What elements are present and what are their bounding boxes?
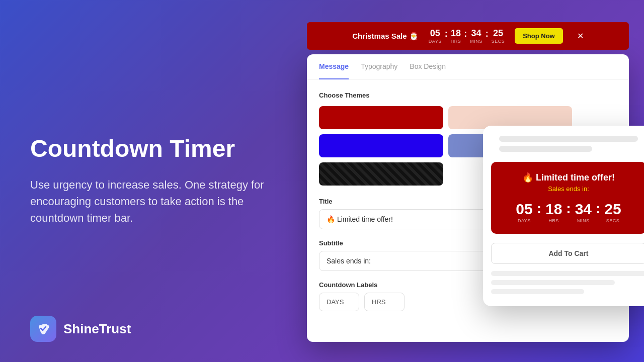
banner-colon-3: : [486, 29, 489, 38]
add-to-cart-button[interactable]: Add To Cart [491, 243, 644, 264]
bottom-line-1 [491, 271, 644, 276]
promo-colon-2: : [566, 201, 571, 217]
banner-secs-label: SECS [492, 39, 505, 44]
promo-secs-label: SECS [606, 218, 620, 223]
overlay-card: 🔥 Limited time offer! Sales ends in: 05 … [483, 126, 644, 306]
promo-secs-num: 25 [604, 202, 621, 217]
banner-bar: Christmas Sale 🎅 05 DAYS : 18 HRS : 34 M… [307, 22, 629, 50]
page-title: Countdown Timer [30, 136, 272, 162]
promo-days-num: 05 [516, 202, 532, 217]
bottom-line-2 [491, 280, 615, 285]
promo-mins-block: 34 MINS [575, 202, 592, 223]
promo-title: 🔥 Limited time offer! [499, 172, 638, 183]
promo-days-block: 05 DAYS [516, 202, 532, 223]
card-placeholder-top [483, 126, 644, 158]
banner-countdown: 05 DAYS : 18 HRS : 34 MINS : 25 SECS [429, 29, 505, 44]
promo-secs-block: 25 SECS [604, 202, 621, 223]
banner-days-block: 05 DAYS [429, 29, 442, 44]
promo-box: 🔥 Limited time offer! Sales ends in: 05 … [491, 162, 644, 234]
promo-hrs-label: HRS [548, 218, 559, 223]
promo-mins-label: MINS [577, 218, 590, 223]
bottom-line-3 [491, 289, 584, 294]
banner-secs-num: 25 [493, 29, 503, 38]
placeholder-line-1 [499, 136, 638, 142]
choose-themes-label: Choose Themes [319, 92, 617, 99]
banner-title: Christmas Sale 🎅 [352, 32, 419, 41]
tab-typography[interactable]: Typography [361, 54, 397, 79]
right-panel: Christmas Sale 🎅 05 DAYS : 18 HRS : 34 M… [282, 0, 644, 362]
promo-mins-num: 34 [575, 202, 592, 217]
promo-colon-3: : [596, 201, 600, 217]
shop-now-button[interactable]: Shop Now [515, 28, 563, 44]
tab-box-design[interactable]: Box Design [410, 54, 446, 79]
promo-colon-1: : [537, 201, 541, 217]
banner-mins-block: 34 MINS [470, 29, 482, 44]
panel-tabs: Message Typography Box Design [307, 54, 629, 79]
promo-hrs-block: 18 HRS [545, 202, 562, 223]
theme-swatch-dark-pattern[interactable] [319, 162, 443, 186]
banner-close-icon[interactable]: ✕ [577, 31, 584, 41]
theme-swatch-blue[interactable] [319, 134, 443, 157]
promo-countdown: 05 DAYS : 18 HRS : 34 MINS : 25 SECS [499, 201, 638, 224]
banner-hrs-block: 18 HRS [451, 29, 461, 44]
brand-name: ShineTrust [63, 321, 131, 337]
countdown-days-input[interactable] [319, 293, 359, 311]
banner-colon-1: : [445, 29, 448, 38]
countdown-hrs-input[interactable] [364, 293, 405, 311]
page-description: Use urgency to increase sales. One strat… [30, 176, 272, 226]
banner-mins-label: MINS [470, 39, 482, 44]
banner-colon-2: : [464, 29, 467, 38]
brand: ShineTrust [30, 316, 131, 342]
placeholder-line-2 [499, 146, 592, 152]
banner-secs-block: 25 SECS [492, 29, 505, 44]
theme-swatch-red[interactable] [319, 106, 443, 129]
card-bottom-lines [483, 269, 644, 306]
banner-mins-num: 34 [471, 29, 481, 38]
tab-message[interactable]: Message [319, 54, 349, 79]
banner-days-label: DAYS [429, 39, 442, 44]
brand-logo [30, 316, 56, 342]
promo-days-label: DAYS [518, 218, 531, 223]
banner-hrs-label: HRS [451, 39, 461, 44]
banner-hrs-num: 18 [451, 29, 461, 38]
promo-hrs-num: 18 [545, 202, 562, 217]
banner-days-num: 05 [430, 29, 440, 38]
promo-subtitle: Sales ends in: [499, 185, 638, 193]
left-panel: Countdown Timer Use urgency to increase … [30, 136, 272, 226]
